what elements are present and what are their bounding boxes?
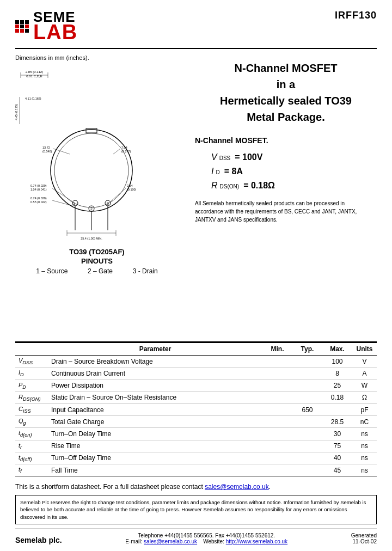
cell-typ xyxy=(292,391,322,403)
package-diagram: 2.85 (0.112) 0.01 C,D,E 4.45 (0.175) 4.1… xyxy=(15,64,168,244)
cell-typ xyxy=(292,440,322,452)
params-table: Parameter Min. Typ. Max. Units VDSS Drai… xyxy=(15,342,377,476)
cell-symbol: td(on) xyxy=(15,428,48,440)
footer-website-link[interactable]: http://www.semelab.co.uk xyxy=(226,538,287,544)
th-parameter: Parameter xyxy=(48,343,262,356)
cell-param: Drain – Source Breakdown Voltage xyxy=(48,356,262,368)
footer-email-link[interactable]: sales@semelab.co.uk xyxy=(144,538,197,544)
svg-text:2: 2 xyxy=(90,207,93,211)
cell-min xyxy=(262,379,292,391)
table-section: Parameter Min. Typ. Max. Units VDSS Drai… xyxy=(15,341,377,476)
specs-block: VDSS = 100V ID = 8A RDS(ON) = 0.18Ω xyxy=(211,152,377,191)
compliance-text: All Semelab hermetically sealed products… xyxy=(195,199,364,224)
table-row: CISS Input Capacitance 650 pF xyxy=(15,403,377,415)
footer-contact: Telephone +44(0)1455 556565. Fax +44(0)1… xyxy=(125,532,287,544)
table-row: PD Power Dissipation 25 W xyxy=(15,379,377,391)
right-panel: N-Channel MOSFET in a Hermetically seale… xyxy=(184,54,377,336)
cell-param: Turn–Off Delay Time xyxy=(48,452,262,464)
logo-area: SEME LAB xyxy=(15,10,77,42)
cell-min xyxy=(262,391,292,403)
cell-symbol: td(off) xyxy=(15,452,48,464)
pinout-3: 3 - Drain xyxy=(133,267,158,275)
footer-bar: Semelab plc. Telephone +44(0)1455 556565… xyxy=(15,529,377,544)
cell-symbol: tr xyxy=(15,440,48,452)
cell-param: Input Capacitance xyxy=(48,403,262,415)
footer-company: Semelab plc. xyxy=(15,536,62,544)
svg-text:1: 1 xyxy=(73,201,75,205)
table-row: ID Continuous Drain Current 8 A xyxy=(15,368,377,379)
svg-text:2.85 (0.112): 2.85 (0.112) xyxy=(26,70,43,74)
cell-symbol: Qg xyxy=(15,416,48,428)
cell-max: 8 xyxy=(322,368,352,379)
svg-text:4.11 (0.162): 4.11 (0.162) xyxy=(25,97,41,100)
cell-unit: ns xyxy=(352,452,377,464)
cell-unit: V xyxy=(352,356,377,368)
cell-max: 25 xyxy=(322,379,352,391)
svg-text:0.74 (0.029): 0.74 (0.029) xyxy=(30,197,47,200)
cell-max: 0.18 xyxy=(322,391,352,403)
cell-param: Fall Time xyxy=(48,464,262,476)
table-row: tf Fall Time 45 ns xyxy=(15,464,377,476)
svg-text:0.01 C,D,E: 0.01 C,D,E xyxy=(26,75,42,78)
logo-text-lab: LAB xyxy=(33,22,77,42)
cell-typ xyxy=(292,356,322,368)
cell-unit: W xyxy=(352,379,377,391)
cell-typ xyxy=(292,452,322,464)
svg-point-9 xyxy=(54,133,128,207)
cell-unit: ns xyxy=(352,440,377,452)
cell-min xyxy=(262,440,292,452)
svg-text:0.74 (0.029): 0.74 (0.029) xyxy=(30,184,47,187)
cell-symbol: CISS xyxy=(15,403,48,415)
cell-param: Power Dissipation xyxy=(48,379,262,391)
svg-text:13.72: 13.72 xyxy=(42,146,50,149)
disclaimer: Semelab Plc reserves the right to change… xyxy=(15,495,377,524)
cell-unit: A xyxy=(352,368,377,379)
header: SEME LAB IRFF130 xyxy=(15,10,377,49)
th-typ: Typ. xyxy=(292,343,322,356)
pinout-2: 2 – Gate xyxy=(88,267,113,275)
cell-min xyxy=(262,464,292,476)
device-title: N-Channel MOSFET in a Hermetically seale… xyxy=(195,60,377,125)
pinouts-label: PINOUTS xyxy=(15,257,179,265)
cell-unit: ns xyxy=(352,464,377,476)
th-units: Units xyxy=(352,343,377,356)
cell-typ xyxy=(292,464,322,476)
table-row: td(off) Turn–Off Delay Time 40 ns xyxy=(15,452,377,464)
svg-text:25.4 (1.00) MIN.: 25.4 (1.00) MIN. xyxy=(81,237,102,240)
svg-text:4.45 (0.175): 4.45 (0.175) xyxy=(15,104,18,120)
svg-text:1.04 (0.041): 1.04 (0.041) xyxy=(30,188,47,191)
svg-text:(0.277): (0.277) xyxy=(121,150,131,153)
cell-max: 45 xyxy=(322,464,352,476)
svg-text:3: 3 xyxy=(107,201,109,205)
cell-min xyxy=(262,416,292,428)
pinout-1: 1 – Source xyxy=(36,267,68,275)
table-row: tr Rise Time 75 ns xyxy=(15,440,377,452)
page: SEME LAB IRFF130 Dimensions in mm (inche… xyxy=(0,0,392,551)
footer-generated: Generated 11-Oct-02 xyxy=(351,532,377,544)
table-row: VDSS Drain – Source Breakdown Voltage 10… xyxy=(15,356,377,368)
contact-email-link[interactable]: sales@semelab.co.uk xyxy=(205,483,269,491)
cell-max: 30 xyxy=(322,428,352,440)
cell-max xyxy=(322,403,352,415)
svg-line-31 xyxy=(52,200,72,206)
svg-rect-10 xyxy=(86,128,97,133)
svg-text:7.04: 7.04 xyxy=(121,146,127,149)
cell-min xyxy=(262,428,292,440)
cell-param: Continuous Drain Current xyxy=(48,368,262,379)
package-label: TO39 (TO205AF) xyxy=(15,248,179,256)
svg-text:(0.100): (0.100) xyxy=(127,188,137,191)
table-row: Qg Total Gate Charge 28.5 nC xyxy=(15,416,377,428)
cell-min xyxy=(262,368,292,379)
spec-id: ID = 8A xyxy=(211,167,377,176)
shortform-note: This is a shortform datasheet. For a ful… xyxy=(15,483,377,491)
th-symbol xyxy=(15,343,48,356)
cell-symbol: VDSS xyxy=(15,356,48,368)
svg-text:2.54: 2.54 xyxy=(127,184,133,187)
svg-text:0.55 (0.022): 0.55 (0.022) xyxy=(30,200,47,204)
cell-unit: Ω xyxy=(352,391,377,403)
cell-typ: 650 xyxy=(292,403,322,415)
cell-unit: ns xyxy=(352,428,377,440)
cell-max: 75 xyxy=(322,440,352,452)
part-number: IRFF130 xyxy=(335,10,377,21)
cell-symbol: ID xyxy=(15,368,48,379)
